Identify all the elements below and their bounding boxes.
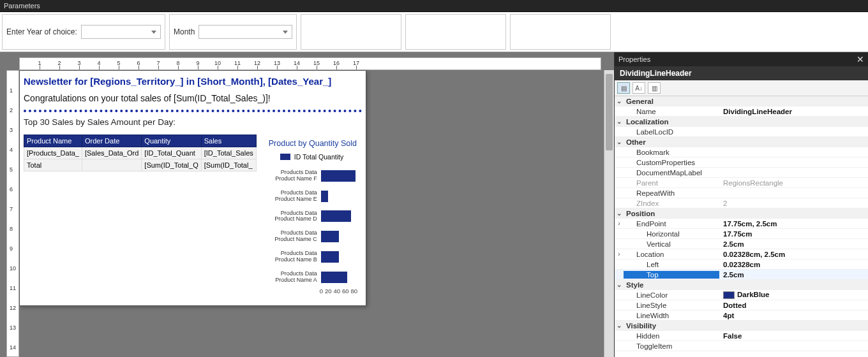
table-header[interactable]: Product Name xyxy=(24,135,82,147)
bar-row: Products DataProduct Name E xyxy=(270,190,357,203)
table-row[interactable]: [Products_Data_[Sales_Data_Ord[ID_Total_… xyxy=(24,147,257,159)
chart-box[interactable]: Product by Quantity Sold ID Total Quanti… xyxy=(264,135,362,298)
prop-row-hidden[interactable]: HiddenFalse xyxy=(615,331,868,341)
prop-row-top[interactable]: Top2.5cm xyxy=(615,270,868,280)
bar-row: Products DataProduct Name A xyxy=(270,271,357,284)
prop-category[interactable]: ⌄Style xyxy=(615,280,868,290)
table-row[interactable]: Total[Sum(ID_Total_Q[Sum(ID_Total_ xyxy=(24,159,257,171)
table-header[interactable]: Quantity xyxy=(142,135,201,147)
sales-table[interactable]: Product NameOrder DateQuantitySales [Pro… xyxy=(24,135,257,171)
sort-az-icon[interactable]: A↓ xyxy=(632,82,645,94)
ruler-horizontal: 1234567891011121314151617 xyxy=(19,57,601,70)
properties-panel: Properties ✕ DividingLineHeader ▤ A↓ ▥ ⌄… xyxy=(614,52,868,357)
prop-row-name[interactable]: NameDividingLineHeader xyxy=(615,106,868,117)
report-congrats[interactable]: Congratulations on your total sales of [… xyxy=(24,93,362,103)
prop-row-linecolor[interactable]: LineColorDarkBlue xyxy=(615,290,868,300)
prop-row-endpoint[interactable]: ›EndPoint17.75cm, 2.5cm xyxy=(615,219,868,229)
table-header[interactable]: Sales xyxy=(201,135,256,147)
param-year-cell: Enter Year of choice: xyxy=(2,14,165,50)
bar-label: Products DataProduct Name E xyxy=(270,190,317,203)
design-vscrollbar[interactable] xyxy=(604,70,614,357)
prop-category[interactable]: ⌄Position xyxy=(615,208,868,219)
param-empty-1 xyxy=(301,14,401,50)
prop-row-vertical[interactable]: Vertical2.5cm xyxy=(615,239,868,249)
prop-row-documentmaplabel[interactable]: DocumentMapLabel xyxy=(615,168,868,178)
properties-pages-icon[interactable]: ▥ xyxy=(648,82,661,94)
legend-swatch xyxy=(280,154,290,160)
prop-row-repeatwith[interactable]: RepeatWith xyxy=(615,188,868,198)
parameters-panel-title: Parameters xyxy=(0,0,868,12)
prop-row-customproperties[interactable]: CustomProperties xyxy=(615,157,868,168)
dividing-line-header[interactable] xyxy=(24,110,362,112)
scrollbar-thumb[interactable] xyxy=(606,74,613,150)
param-empty-2 xyxy=(405,14,506,50)
categorized-icon[interactable]: ▤ xyxy=(617,82,630,94)
param-month-label: Month xyxy=(174,27,195,36)
param-month-select[interactable] xyxy=(198,25,292,39)
prop-row-parent[interactable]: ParentRegionsRectangle xyxy=(615,178,868,188)
chart-axis: 020406080 xyxy=(320,288,357,295)
report-subhead[interactable]: Top 30 Sales by Sales Amount per Day: xyxy=(24,117,362,127)
prop-row-linewidth[interactable]: LineWidth4pt xyxy=(615,310,868,321)
bar-row: Products DataProduct Name C xyxy=(270,230,357,243)
bar-fill xyxy=(321,231,340,242)
bar-row: Products DataProduct Name F xyxy=(270,170,357,182)
prop-row-toggleitem[interactable]: ToggleItem xyxy=(615,341,868,351)
prop-category[interactable]: ⌄Visibility xyxy=(615,321,868,331)
param-year-select[interactable] xyxy=(81,25,161,39)
prop-category[interactable]: ⌄Localization xyxy=(615,117,868,127)
prop-row-horizontal[interactable]: Horizontal17.75cm xyxy=(615,229,868,239)
bar-fill xyxy=(321,210,352,222)
bar-fill xyxy=(321,191,328,202)
param-month-cell: Month xyxy=(169,14,297,50)
table-header[interactable]: Order Date xyxy=(82,135,141,147)
bar-fill xyxy=(321,251,340,263)
bar-row: Products DataProduct Name B xyxy=(270,251,357,263)
prop-category[interactable]: ⌄Other xyxy=(615,137,868,147)
bar-fill xyxy=(321,170,355,182)
properties-object-name[interactable]: DividingLineHeader xyxy=(615,66,868,80)
legend-label: ID Total Quantity xyxy=(294,153,343,161)
param-empty-3 xyxy=(510,14,611,50)
report-page[interactable]: Newsletter for [Regions_Territory_] in [… xyxy=(19,70,366,306)
bar-label: Products DataProduct Name B xyxy=(270,251,317,263)
prop-category[interactable]: ⌄General xyxy=(615,96,868,106)
properties-grid[interactable]: ⌄GeneralNameDividingLineHeader⌄Localizat… xyxy=(615,96,868,357)
bar-label: Products DataProduct Name D xyxy=(270,210,317,223)
close-icon[interactable]: ✕ xyxy=(857,54,864,64)
bar-fill xyxy=(321,272,347,283)
chart-title: Product by Quantity Sold xyxy=(269,139,357,148)
bar-label: Products DataProduct Name F xyxy=(270,170,317,182)
param-year-label: Enter Year of choice: xyxy=(6,27,77,36)
parameters-panel: Enter Year of choice: Month xyxy=(0,12,868,52)
properties-toolbar: ▤ A↓ ▥ xyxy=(615,80,868,96)
bar-row: Products DataProduct Name D xyxy=(270,210,357,223)
report-title[interactable]: Newsletter for [Regions_Territory_] in [… xyxy=(24,76,362,87)
prop-row-bookmark[interactable]: Bookmark xyxy=(615,147,868,157)
prop-row-left[interactable]: Left0.02328cm xyxy=(615,259,868,270)
bar-label: Products DataProduct Name C xyxy=(270,230,317,243)
prop-row-zindex[interactable]: ZIndex2 xyxy=(615,198,868,208)
ruler-vertical: 1234567891011121314 xyxy=(6,70,19,357)
properties-panel-title: Properties xyxy=(618,55,650,63)
chart-legend: ID Total Quantity xyxy=(280,153,357,161)
design-surface: 1234567891011121314151617 12345678910111… xyxy=(0,52,614,357)
bar-label: Products DataProduct Name A xyxy=(270,271,317,284)
canvas[interactable]: Newsletter for [Regions_Territory_] in [… xyxy=(19,70,604,357)
prop-row-labellocid[interactable]: LabelLocID xyxy=(615,127,868,137)
prop-row-location[interactable]: ›Location0.02328cm, 2.5cm xyxy=(615,249,868,259)
chart-bars: Products DataProduct Name FProducts Data… xyxy=(269,170,357,284)
prop-row-linestyle[interactable]: LineStyleDotted xyxy=(615,300,868,310)
